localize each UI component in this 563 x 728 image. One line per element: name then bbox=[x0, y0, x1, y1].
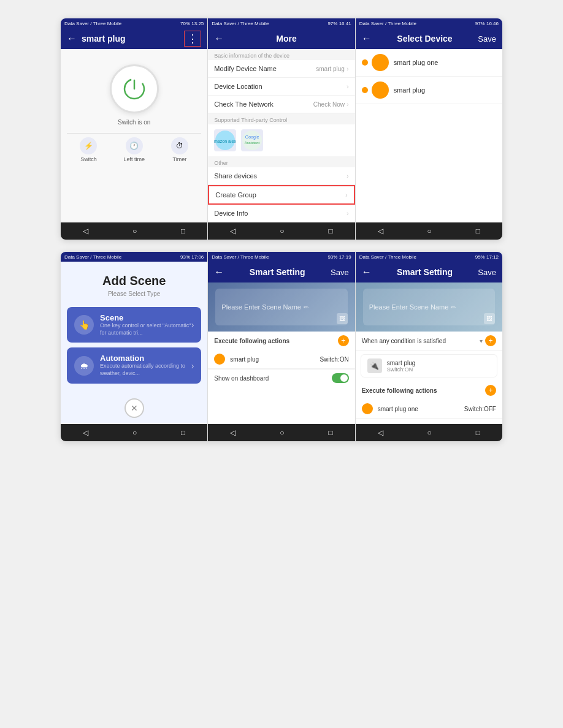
action-switch[interactable]: ⚡ Switch bbox=[80, 137, 97, 162]
nav-recent-4[interactable]: □ bbox=[181, 428, 185, 437]
scene-option-desc-automation: Execute automatically according to weath… bbox=[100, 363, 191, 377]
amazon-alexa-logo[interactable]: amazon alexa bbox=[214, 129, 236, 151]
execute-label-6: Execute following actions bbox=[362, 387, 437, 394]
screen-more: Data Saver / Three Mobile 97% 16:41 ← Mo… bbox=[208, 18, 355, 240]
back-button-1[interactable]: ← bbox=[67, 33, 77, 44]
scene-option-title-automation: Automation bbox=[100, 354, 191, 363]
more-button-1[interactable]: ⋮ bbox=[184, 31, 201, 47]
close-button[interactable]: ✕ bbox=[124, 398, 144, 418]
switch-status-label: Switch is on bbox=[118, 119, 150, 126]
action-row-left-6-0: smart plug one bbox=[362, 403, 418, 414]
back-button-5[interactable]: ← bbox=[214, 267, 224, 278]
execute-label-5: Execute following actions bbox=[214, 338, 289, 344]
device-item-1[interactable]: smart plug one bbox=[356, 49, 502, 77]
action-device-name-6-0: smart plug one bbox=[378, 406, 418, 412]
svg-point-4 bbox=[242, 131, 262, 150]
nav-back-4[interactable]: ◁ bbox=[83, 428, 88, 437]
nav-bar-3: ◁ ○ □ bbox=[356, 222, 502, 240]
scene-option-desc-scene: One key control or select "Automatic" fo… bbox=[100, 322, 191, 336]
nav-back-1[interactable]: ◁ bbox=[83, 227, 88, 235]
action-row-left-5-0: smart plug bbox=[214, 354, 259, 365]
status-left-3: Data Saver / Three Mobile bbox=[359, 21, 416, 26]
menu-item-create-group[interactable]: Create Group › bbox=[208, 185, 354, 205]
menu-item-share[interactable]: Share devices › bbox=[208, 167, 354, 185]
nav-home-1[interactable]: ○ bbox=[132, 227, 137, 235]
app-title-2: More bbox=[224, 34, 348, 44]
action-row-6-0[interactable]: smart plug one Switch:OFF bbox=[356, 400, 502, 419]
scene-img-icon-5: 🖼 bbox=[337, 313, 348, 324]
condition-label-6: When any condition is satisfied bbox=[362, 338, 446, 344]
execute-header-row-6: Execute following actions + bbox=[356, 381, 502, 400]
add-action-button-5[interactable]: + bbox=[338, 335, 349, 346]
menu-item-location[interactable]: Device Location › bbox=[208, 78, 354, 96]
network-value: Check Now bbox=[313, 101, 345, 108]
switch-icon: ⚡ bbox=[80, 137, 97, 154]
app-header-1: ← smart plug ⋮ bbox=[61, 28, 207, 49]
nav-back-5[interactable]: ◁ bbox=[230, 428, 236, 437]
switch-action-label: Switch bbox=[80, 156, 97, 162]
save-button-5[interactable]: Save bbox=[331, 268, 349, 277]
edit-icon-6: ✏ bbox=[451, 304, 456, 311]
action-lefttime[interactable]: 🕐 Left time bbox=[123, 137, 145, 162]
modify-name-value: smart plug bbox=[316, 66, 345, 72]
scene-option-scene[interactable]: 👆 Scene One key control or select "Autom… bbox=[67, 307, 201, 343]
menu-item-network[interactable]: Check The Network Check Now › bbox=[208, 96, 354, 113]
dashboard-toggle-5[interactable] bbox=[332, 373, 349, 383]
device-item-2[interactable]: smart plug bbox=[356, 77, 502, 104]
action-device-info-5-0: smart plug bbox=[230, 356, 259, 363]
add-condition-button-6[interactable]: + bbox=[485, 335, 496, 346]
device-dot-action-5-0 bbox=[214, 354, 225, 365]
app-title-1: smart plug bbox=[82, 34, 184, 44]
nav-recent-5[interactable]: □ bbox=[328, 428, 332, 437]
scene-name-input-5[interactable]: Please Enter Scene Name ✏ bbox=[215, 289, 347, 325]
nav-back-3[interactable]: ◁ bbox=[378, 227, 383, 235]
action-device-info-6-0: smart plug one bbox=[378, 406, 418, 412]
nav-back-2[interactable]: ◁ bbox=[230, 227, 236, 235]
nav-home-4[interactable]: ○ bbox=[132, 428, 137, 437]
google-assistant-logo[interactable]: Google Assistant bbox=[241, 129, 263, 151]
nav-home-6[interactable]: ○ bbox=[427, 428, 432, 437]
edit-icon-5: ✏ bbox=[304, 304, 308, 311]
nav-home-3[interactable]: ○ bbox=[427, 227, 432, 235]
status-bar-4: Data Saver / Three Mobile 93% 17:06 bbox=[61, 252, 207, 262]
status-left-5: Data Saver / Three Mobile bbox=[212, 254, 269, 260]
device-condition-item-6[interactable]: 🔌 smart plug Switch:ON bbox=[361, 354, 497, 377]
nav-recent-6[interactable]: □ bbox=[476, 428, 480, 437]
smart-setting-body-5: Please Enter Scene Name ✏ 🖼 Execute foll… bbox=[208, 282, 354, 424]
device-info-arrow: › bbox=[347, 210, 349, 217]
back-button-6[interactable]: ← bbox=[362, 267, 372, 278]
modify-name-arrow: › bbox=[347, 65, 349, 72]
svg-text:amazon alexa: amazon alexa bbox=[214, 139, 236, 143]
condition-row-6[interactable]: When any condition is satisfied ▾ + bbox=[356, 332, 502, 351]
share-arrow: › bbox=[347, 172, 349, 180]
chevron-down-icon-6: ▾ bbox=[480, 338, 483, 344]
scene-name-input-6[interactable]: Please Enter Scene Name ✏ bbox=[363, 289, 495, 325]
screen-add-scene: Data Saver / Three Mobile 93% 17:06 Add … bbox=[61, 252, 208, 441]
action-row-5-0[interactable]: smart plug Switch:ON bbox=[208, 350, 354, 369]
device-condition-icon-6: 🔌 bbox=[367, 358, 382, 373]
back-button-2[interactable]: ← bbox=[214, 33, 224, 44]
share-label: Share devices bbox=[214, 172, 257, 180]
status-bar-5: Data Saver / Three Mobile 93% 17:19 bbox=[208, 252, 354, 262]
app-title-6: Smart Setting bbox=[372, 267, 478, 277]
action-timer[interactable]: ⏱ Timer bbox=[171, 137, 188, 162]
nav-home-2[interactable]: ○ bbox=[280, 227, 284, 235]
add-action-button-6[interactable]: + bbox=[485, 385, 496, 396]
scene-option-automation[interactable]: 🌧 Automation Execute automatically accor… bbox=[67, 347, 201, 383]
nav-recent-2[interactable]: □ bbox=[328, 227, 332, 235]
menu-item-device-info[interactable]: Device Info › bbox=[208, 205, 354, 222]
add-scene-title: Add Scene bbox=[102, 274, 166, 288]
nav-home-5[interactable]: ○ bbox=[280, 428, 284, 437]
smart-setting-body-6: Please Enter Scene Name ✏ 🖼 When any con… bbox=[356, 282, 502, 424]
nav-recent-3[interactable]: □ bbox=[476, 227, 480, 235]
save-button-3[interactable]: Save bbox=[478, 34, 496, 44]
device-dot-2 bbox=[362, 87, 368, 93]
nav-recent-1[interactable]: □ bbox=[181, 227, 185, 235]
device-avatar-1 bbox=[372, 54, 389, 71]
nav-back-6[interactable]: ◁ bbox=[378, 428, 383, 437]
menu-item-modify-name[interactable]: Modify Device Name smart plug › bbox=[208, 60, 354, 78]
save-button-6[interactable]: Save bbox=[478, 268, 496, 277]
power-circle[interactable] bbox=[110, 64, 159, 113]
app-title-5: Smart Setting bbox=[224, 267, 331, 277]
back-button-3[interactable]: ← bbox=[362, 33, 372, 44]
